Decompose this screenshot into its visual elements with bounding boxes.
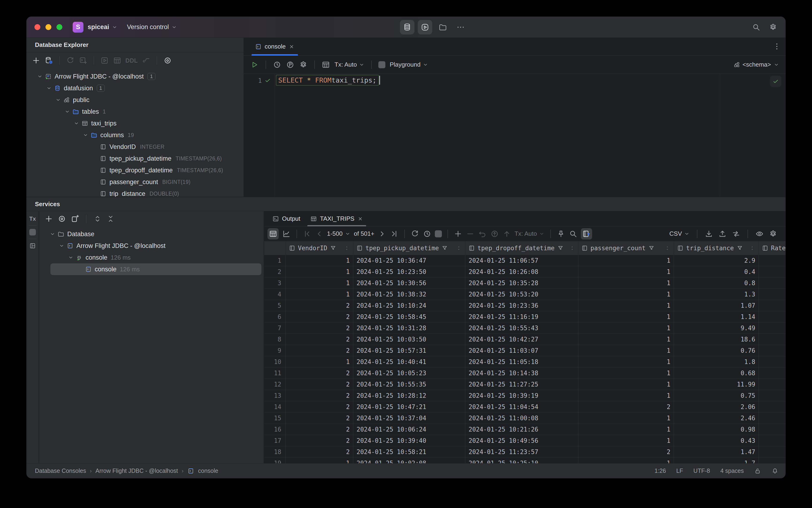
tree-chevron-slot[interactable] xyxy=(72,120,81,126)
query-history-button[interactable] xyxy=(423,229,432,238)
grid-cell[interactable]: 1 xyxy=(578,289,674,300)
playground-selector[interactable]: Playground xyxy=(390,61,428,68)
grid-cell[interactable]: 2024-01-25 10:05:23 xyxy=(353,368,465,379)
close-icon[interactable] xyxy=(288,44,295,50)
grid-cell[interactable]: 2024-01-25 10:47:21 xyxy=(353,401,465,413)
tree-chevron-slot[interactable] xyxy=(57,243,66,249)
grid-cell[interactable] xyxy=(759,401,785,413)
file-encoding[interactable]: UTF-8 xyxy=(693,467,710,474)
row-number-cell[interactable]: 18 xyxy=(264,446,286,458)
execute-button[interactable] xyxy=(250,60,259,69)
grid-cell[interactable] xyxy=(759,300,785,311)
grid-cell[interactable]: 1 xyxy=(578,413,674,424)
reload-data-button[interactable] xyxy=(410,229,419,238)
row-number-cell[interactable]: 6 xyxy=(264,311,286,323)
grid-cell[interactable]: 2 xyxy=(286,390,353,401)
tree-chevron-slot[interactable] xyxy=(35,73,45,80)
delete-row-button[interactable] xyxy=(466,229,475,238)
grid-cell[interactable] xyxy=(759,266,785,278)
settings-gear-icon[interactable] xyxy=(769,23,777,32)
export-data-button[interactable] xyxy=(705,229,713,238)
caret-position[interactable]: 1:26 xyxy=(655,467,666,474)
grid-cell[interactable]: 2024-01-25 10:23:50 xyxy=(353,266,465,278)
navigate-button[interactable] xyxy=(142,56,150,65)
grid-cell[interactable]: 0.98 xyxy=(674,424,759,435)
grid-cell[interactable]: 2024-01-25 10:53:20 xyxy=(465,289,578,300)
grid-cell[interactable]: 2024-01-25 10:58:21 xyxy=(353,446,465,458)
tab-output[interactable]: Output xyxy=(268,211,304,226)
tab-console[interactable]: console xyxy=(251,38,299,55)
ddl-button[interactable]: DDL xyxy=(125,57,138,64)
grid-cell[interactable]: 1.07 xyxy=(674,300,759,311)
table-view-button[interactable] xyxy=(267,228,279,240)
grid-cell[interactable]: 2 xyxy=(286,446,353,458)
run-sql-script-button[interactable] xyxy=(100,56,109,65)
run-tool-button[interactable] xyxy=(418,20,432,35)
grid-settings-button[interactable] xyxy=(769,229,777,238)
grid-cell[interactable]: 2024-01-25 11:16:19 xyxy=(465,311,578,323)
grid-cell[interactable]: 2 xyxy=(286,311,353,323)
export-format-selector[interactable]: CSV xyxy=(670,230,690,237)
grid-cell[interactable] xyxy=(759,278,785,289)
grid-cell[interactable]: 1 xyxy=(578,255,674,266)
add-row-button[interactable] xyxy=(454,229,462,238)
column-header-Rate[interactable]: Rate xyxy=(759,241,785,255)
grid-cell[interactable] xyxy=(759,356,785,368)
grid-cell[interactable]: 1 xyxy=(578,323,674,334)
grid-cell[interactable]: 2024-01-25 10:14:38 xyxy=(465,368,578,379)
row-number-cell[interactable]: 9 xyxy=(264,345,286,356)
explorer-tree-item-datafusion[interactable]: datafusion1 xyxy=(27,82,243,94)
grid-cell[interactable]: 2024-01-25 10:06:24 xyxy=(353,424,465,435)
tree-chevron-slot[interactable] xyxy=(81,132,90,138)
results-tx-selector[interactable]: Tx: Auto xyxy=(514,230,545,237)
tab-taxi-trips[interactable]: TAXI_TRIPS xyxy=(306,211,367,226)
grid-cell[interactable]: 1 xyxy=(286,458,353,463)
row-number-cell[interactable]: 10 xyxy=(264,356,286,368)
filter-panel-button[interactable] xyxy=(581,228,592,240)
grid-cell[interactable]: 2 xyxy=(286,368,353,379)
grid-cell[interactable]: 1 xyxy=(578,368,674,379)
column-header-rownum[interactable] xyxy=(264,241,286,255)
sql-editor[interactable]: 1 SELECT * FROM taxi_trips; xyxy=(244,74,785,197)
grid-cell[interactable]: 2 xyxy=(286,300,353,311)
breadcrumb-database-consoles[interactable]: Database Consoles xyxy=(35,467,86,474)
grid-cell[interactable]: 2 xyxy=(286,435,353,446)
grid-cell[interactable]: 2 xyxy=(578,446,674,458)
tree-chevron-slot[interactable] xyxy=(48,231,57,237)
grid-cell[interactable]: 1.3 xyxy=(674,289,759,300)
tree-chevron-slot[interactable] xyxy=(62,109,72,115)
grid-cell[interactable] xyxy=(759,345,785,356)
grid-cell[interactable] xyxy=(759,390,785,401)
grid-cell[interactable]: 1 xyxy=(578,334,674,345)
grid-cell[interactable]: 2024-01-25 10:39:40 xyxy=(353,435,465,446)
grid-cell[interactable]: 2024-01-25 10:49:56 xyxy=(465,435,578,446)
grid-cell[interactable]: 2024-01-25 10:30:56 xyxy=(353,278,465,289)
tx-strip-button[interactable]: Tx xyxy=(29,216,36,222)
grid-cell[interactable]: 2 xyxy=(286,424,353,435)
layout-icon[interactable] xyxy=(29,242,36,249)
grid-cell[interactable]: 2024-01-25 10:55:43 xyxy=(465,323,578,334)
explorer-tree-item-passenger-count[interactable]: passenger_countBIGINT(19) xyxy=(27,176,243,188)
revert-button[interactable] xyxy=(478,229,487,238)
datasource-settings-button[interactable] xyxy=(44,56,53,65)
grid-cell[interactable]: 2024-01-25 10:57:31 xyxy=(353,345,465,356)
minimize-window-button[interactable] xyxy=(45,24,51,30)
grid-cell[interactable]: 2024-01-25 10:55:35 xyxy=(353,379,465,390)
grid-cell[interactable]: 2024-01-25 10:42:27 xyxy=(465,334,578,345)
grid-cell[interactable]: 1 xyxy=(286,266,353,278)
grid-cell[interactable] xyxy=(759,379,785,390)
version-control-menu[interactable]: Version control xyxy=(127,24,177,31)
grid-cell[interactable]: 2024-01-25 10:28:12 xyxy=(353,390,465,401)
explorer-tree-item-vendorid[interactable]: VendorIDINTEGER xyxy=(27,141,243,153)
breadcrumb-console[interactable]: console xyxy=(198,467,218,474)
grid-cell[interactable]: 2024-01-25 10:21:26 xyxy=(465,424,578,435)
breadcrumb-datasource[interactable]: Arrow Flight JDBC - @localhost xyxy=(95,467,178,474)
stop-query-button[interactable] xyxy=(435,230,442,237)
tree-chevron-slot[interactable] xyxy=(44,85,54,91)
project-selector[interactable]: spiceai xyxy=(88,24,118,31)
new-console-button[interactable] xyxy=(79,56,87,65)
explorer-tree-item-taxi-trips[interactable]: taxi_trips xyxy=(27,118,243,129)
grid-cell[interactable]: 1 xyxy=(578,278,674,289)
grid-cell[interactable] xyxy=(759,446,785,458)
explorer-tree-item-columns[interactable]: columns19 xyxy=(27,129,243,141)
